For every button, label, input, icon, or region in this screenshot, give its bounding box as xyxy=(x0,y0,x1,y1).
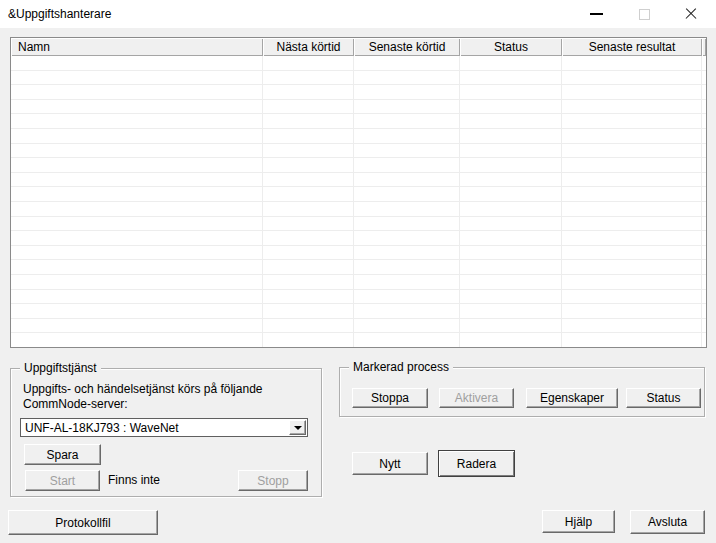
table-cell xyxy=(460,100,562,114)
table-cell xyxy=(354,173,460,187)
table-row xyxy=(11,202,706,217)
table-row xyxy=(11,100,706,115)
table-row xyxy=(11,85,706,100)
table-cell xyxy=(460,158,562,172)
save-button[interactable]: Spara xyxy=(24,444,101,465)
table-cell-filler xyxy=(702,71,706,85)
window-title: &Uppgiftshanterare xyxy=(8,7,111,21)
table-cell xyxy=(263,56,354,70)
table-cell xyxy=(354,71,460,85)
task-service-group: Uppgiftstjänst Uppgifts- och händelsetjä… xyxy=(10,368,322,497)
table-cell-filler xyxy=(702,304,706,318)
table-cell xyxy=(562,100,702,114)
table-cell-filler xyxy=(702,144,706,158)
table-row xyxy=(11,144,706,159)
table-cell xyxy=(460,260,562,274)
table-cell xyxy=(11,290,263,304)
table-cell xyxy=(562,129,702,143)
properties-button[interactable]: Egenskaper xyxy=(526,388,618,408)
table-cell xyxy=(11,71,263,85)
stop-process-button[interactable]: Stoppa xyxy=(352,388,428,408)
dropdown-arrow-button[interactable] xyxy=(289,420,306,435)
new-button[interactable]: Nytt xyxy=(352,452,428,475)
table-cell xyxy=(11,144,263,158)
selected-process-group-title: Markerad process xyxy=(349,360,453,374)
table-cell xyxy=(562,158,702,172)
table-cell xyxy=(460,290,562,304)
column-header-status[interactable]: Status xyxy=(460,38,562,56)
table-cell xyxy=(562,333,702,347)
table-cell xyxy=(562,217,702,231)
table-cell xyxy=(562,144,702,158)
table-cell xyxy=(562,202,702,216)
table-row xyxy=(11,129,706,144)
column-header-namn[interactable]: Namn xyxy=(11,38,263,56)
table-cell xyxy=(562,56,702,70)
help-button[interactable]: Hjälp xyxy=(542,510,615,533)
table-row xyxy=(11,304,706,319)
table-cell xyxy=(354,144,460,158)
table-cell xyxy=(263,231,354,245)
table-row xyxy=(11,260,706,275)
table-cell xyxy=(11,333,263,347)
exit-button[interactable]: Avsluta xyxy=(630,510,705,534)
table-row xyxy=(11,231,706,246)
table-cell-filler xyxy=(702,129,706,143)
task-list-body[interactable] xyxy=(11,56,706,348)
table-cell xyxy=(354,304,460,318)
table-cell-filler xyxy=(702,231,706,245)
table-cell-filler xyxy=(702,290,706,304)
table-cell xyxy=(460,173,562,187)
table-cell xyxy=(460,187,562,201)
table-cell xyxy=(263,290,354,304)
task-service-group-title: Uppgiftstjänst xyxy=(20,361,101,375)
task-list-header: Namn Nästa körtid Senaste körtid Status … xyxy=(11,38,706,56)
table-cell xyxy=(460,114,562,128)
service-status-text: Finns inte xyxy=(108,473,160,487)
table-cell xyxy=(263,275,354,289)
column-header-senaste-resultat[interactable]: Senaste resultat xyxy=(562,38,702,56)
table-cell-filler xyxy=(702,246,706,260)
table-cell xyxy=(11,246,263,260)
table-cell xyxy=(460,304,562,318)
task-list[interactable]: Namn Nästa körtid Senaste körtid Status … xyxy=(10,37,707,348)
table-cell xyxy=(11,158,263,172)
delete-button[interactable]: Radera xyxy=(438,450,515,477)
table-cell xyxy=(354,100,460,114)
table-cell-filler xyxy=(702,260,706,274)
table-cell xyxy=(562,71,702,85)
column-header-nasta-kortid[interactable]: Nästa körtid xyxy=(263,38,354,56)
table-cell xyxy=(263,129,354,143)
log-file-button[interactable]: Protokollfil xyxy=(8,510,158,535)
table-cell xyxy=(11,173,263,187)
table-row xyxy=(11,246,706,261)
table-cell xyxy=(354,319,460,333)
column-header-senaste-kortid[interactable]: Senaste körtid xyxy=(354,38,460,56)
table-cell xyxy=(354,129,460,143)
commnode-server-dropdown[interactable]: UNF-AL-18KJ793 : WaveNet xyxy=(20,418,308,437)
table-cell xyxy=(11,114,263,128)
table-cell xyxy=(562,260,702,274)
maximize-button xyxy=(629,0,659,28)
table-cell-filler xyxy=(702,100,706,114)
table-cell xyxy=(354,260,460,274)
table-cell xyxy=(562,231,702,245)
table-cell xyxy=(354,333,460,347)
table-cell xyxy=(11,304,263,318)
table-row xyxy=(11,114,706,129)
table-row xyxy=(11,333,706,348)
table-cell xyxy=(354,202,460,216)
table-cell xyxy=(460,319,562,333)
status-button[interactable]: Status xyxy=(626,388,701,408)
close-button[interactable] xyxy=(676,0,706,28)
table-cell xyxy=(11,275,263,289)
table-cell xyxy=(263,158,354,172)
table-cell xyxy=(11,85,263,99)
table-cell xyxy=(354,114,460,128)
column-header-filler xyxy=(702,38,706,56)
table-cell xyxy=(263,100,354,114)
table-cell xyxy=(11,100,263,114)
table-row xyxy=(11,275,706,290)
table-cell xyxy=(11,187,263,201)
minimize-button[interactable] xyxy=(581,0,611,28)
